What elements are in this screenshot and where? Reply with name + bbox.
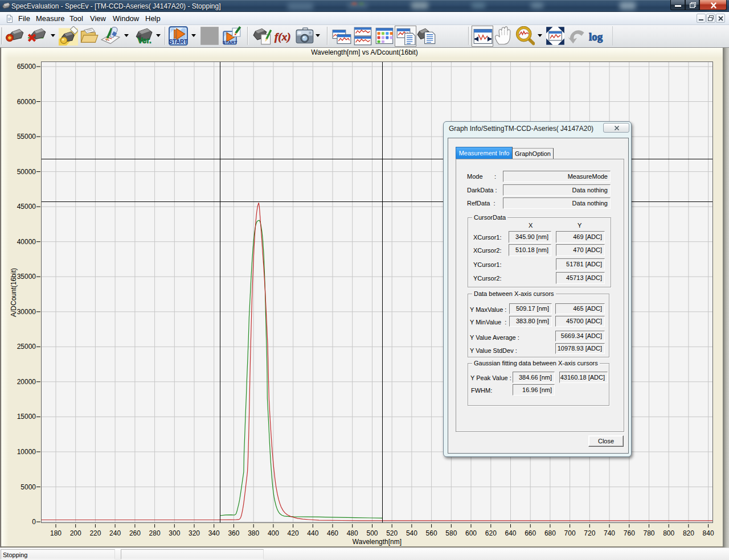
svg-text:50000: 50000 — [17, 168, 36, 176]
svg-text:A/DCount(16bit): A/DCount(16bit) — [10, 268, 18, 317]
svg-text:240: 240 — [109, 529, 121, 537]
svg-text:300: 300 — [169, 529, 180, 537]
svg-text:30000: 30000 — [17, 308, 36, 316]
svg-text:5000: 5000 — [21, 483, 36, 491]
svg-text:340: 340 — [208, 529, 220, 537]
svg-text:65000: 65000 — [17, 63, 36, 71]
svg-text:200: 200 — [70, 529, 81, 537]
svg-text:25000: 25000 — [17, 343, 36, 351]
svg-text:400: 400 — [268, 529, 279, 537]
svg-text:280: 280 — [149, 529, 161, 537]
svg-text:760: 760 — [624, 529, 635, 537]
svg-text:640: 640 — [505, 529, 516, 537]
svg-text:480: 480 — [347, 529, 358, 537]
svg-text:Wavelength[nm] vs A/Dcount(16b: Wavelength[nm] vs A/Dcount(16bit) — [311, 48, 418, 56]
svg-text:800: 800 — [663, 529, 674, 537]
svg-text:380: 380 — [248, 529, 259, 537]
svg-text:10000: 10000 — [17, 448, 36, 456]
svg-text:460: 460 — [327, 529, 338, 537]
svg-text:680: 680 — [544, 529, 556, 537]
svg-text:log: log — [589, 31, 603, 43]
svg-text:700: 700 — [564, 529, 576, 537]
svg-text:420: 420 — [288, 529, 299, 537]
svg-text:600: 600 — [465, 529, 477, 537]
svg-text:40000: 40000 — [17, 238, 36, 246]
svg-text:Wavelength[nm]: Wavelength[nm] — [353, 538, 402, 546]
svg-text:360: 360 — [228, 529, 239, 537]
svg-text:440: 440 — [307, 529, 318, 537]
svg-text:f(x): f(x) — [275, 31, 290, 43]
svg-text:620: 620 — [485, 529, 497, 537]
svg-text:0: 0 — [32, 518, 36, 526]
svg-text:START: START — [169, 39, 188, 45]
svg-text:15000: 15000 — [17, 413, 36, 421]
svg-text:START: START — [223, 40, 237, 45]
svg-text:520: 520 — [386, 529, 398, 537]
svg-text:560: 560 — [426, 529, 437, 537]
svg-text:45000: 45000 — [17, 203, 36, 211]
svg-text:180: 180 — [50, 529, 62, 537]
svg-text:720: 720 — [584, 529, 595, 537]
svg-text:660: 660 — [525, 529, 536, 537]
svg-text:740: 740 — [604, 529, 615, 537]
svg-text:780: 780 — [643, 529, 654, 537]
svg-text:580: 580 — [445, 529, 457, 537]
svg-text:500: 500 — [366, 529, 378, 537]
svg-text:35000: 35000 — [17, 273, 36, 281]
svg-text:320: 320 — [189, 529, 200, 537]
svg-text:540: 540 — [406, 529, 417, 537]
svg-text:260: 260 — [129, 529, 141, 537]
svg-text:820: 820 — [683, 529, 694, 537]
svg-text:60000: 60000 — [17, 98, 36, 106]
svg-text:840: 840 — [703, 529, 714, 537]
svg-text:Ver.: Ver. — [137, 36, 151, 45]
svg-text:55000: 55000 — [17, 133, 36, 141]
svg-text:20000: 20000 — [17, 378, 36, 386]
svg-text:220: 220 — [89, 529, 101, 537]
